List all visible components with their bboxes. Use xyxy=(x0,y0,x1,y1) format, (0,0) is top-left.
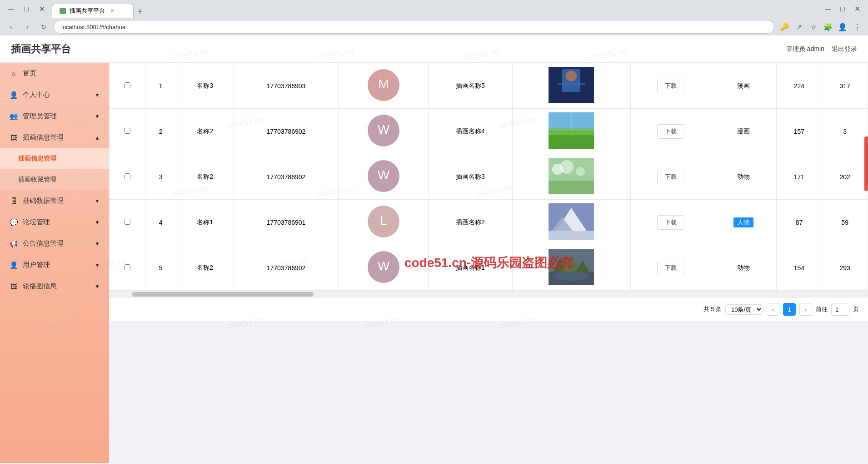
share-icon[interactable]: ↗ xyxy=(793,20,805,33)
sidebar-item-illustration-collect[interactable]: 插画收藏管理 xyxy=(0,169,109,190)
sidebar-item-home[interactable]: ⌂ 首页 xyxy=(0,63,109,84)
app-wrapper: 插画共享平台 管理员 admin 退出登录 ⌂ 首页 👤 个人中心 ▼ 👥 管理 xyxy=(0,35,868,463)
sidebar-item-illustration-info[interactable]: 插画信息管理 xyxy=(0,148,109,169)
sidebar-item-admin-mgmt[interactable]: 👥 管理员管理 ▼ xyxy=(0,106,109,127)
svg-point-18 xyxy=(576,167,585,176)
next-page-btn[interactable]: › xyxy=(799,303,812,316)
sidebar-item-notice[interactable]: 📢 公告信息管理 ▼ xyxy=(0,233,109,254)
row-3-checkbox[interactable] xyxy=(125,173,130,179)
browser-chrome: ─ □ ✕ 插画共享平台 ✕ + ─ □ ✕ xyxy=(0,0,868,18)
feedback-bar xyxy=(864,136,868,191)
row-1-download-btn[interactable]: 下载 xyxy=(657,79,684,93)
page-unit: 页 xyxy=(853,305,859,313)
row-checkbox-cell[interactable] xyxy=(110,109,145,154)
row-category: 动物 xyxy=(711,154,776,200)
row-4-download-btn[interactable]: 下载 xyxy=(657,215,684,230)
key-icon[interactable]: 🔑 xyxy=(778,20,791,33)
row-checkbox-cell[interactable] xyxy=(110,63,145,109)
tab-title: 插画共享平台 xyxy=(70,7,105,15)
row-downloads: 202 xyxy=(822,154,868,200)
row-checkbox-cell[interactable] xyxy=(110,154,145,200)
close-window-btn[interactable]: ✕ xyxy=(851,3,863,15)
bookmark-icon[interactable]: ☆ xyxy=(807,20,820,33)
sidebar-item-user[interactable]: 👤 用户管理 ▼ xyxy=(0,254,109,276)
row-favorites: 157 xyxy=(776,109,822,154)
row-checkbox-cell[interactable] xyxy=(110,200,145,245)
back-btn[interactable]: ‹ xyxy=(5,20,17,33)
row-download-cell[interactable]: 下载 xyxy=(631,245,711,291)
row-userid: 17703786902 xyxy=(234,109,338,154)
svg-rect-24 xyxy=(549,231,594,240)
row-avatar: W xyxy=(339,154,429,200)
forward-btn[interactable]: › xyxy=(21,20,34,33)
tab-close-btn[interactable]: ✕ xyxy=(109,7,116,15)
row-favorites: 154 xyxy=(776,245,822,291)
minimize-btn[interactable]: ─ xyxy=(5,3,17,15)
top-nav: 插画共享平台 管理员 admin 退出登录 xyxy=(0,35,868,63)
row-5-checkbox[interactable] xyxy=(125,264,130,270)
row-userid: 17703786902 xyxy=(234,245,338,291)
row-download-cell[interactable]: 下载 xyxy=(631,200,711,245)
forum-icon: 💬 xyxy=(9,218,18,227)
row-download-cell[interactable]: 下载 xyxy=(631,63,711,109)
new-tab-btn[interactable]: + xyxy=(134,5,146,18)
sidebar-item-basic-data[interactable]: 🗄 基础数据管理 ▼ xyxy=(0,190,109,212)
svg-point-4 xyxy=(566,71,577,81)
table-row: 5名称217703786902 W 插画名称1 下载动物154293 xyxy=(110,245,868,291)
row-avatar: M xyxy=(339,63,429,109)
sidebar-item-carousel[interactable]: 🖼 轮播图信息 ▼ xyxy=(0,276,109,297)
table-row: 4名称117703786901 L 插画名称2 下载人物8759 xyxy=(110,200,868,245)
scroll-thumb[interactable] xyxy=(132,292,314,297)
top-nav-right: 管理员 admin 退出登录 xyxy=(786,45,857,53)
extensions-icon[interactable]: 🧩 xyxy=(822,20,834,33)
page-1-btn[interactable]: 1 xyxy=(783,303,796,316)
row-downloads: 317 xyxy=(822,63,868,109)
row-downloads: 59 xyxy=(822,200,868,245)
browser-actions: 🔑 ↗ ☆ 🧩 👤 ⋮ xyxy=(778,20,863,33)
page-size-select[interactable]: 10条/页 xyxy=(725,304,763,315)
row-2-download-btn[interactable]: 下载 xyxy=(657,124,684,139)
carousel-icon: 🖼 xyxy=(9,282,18,290)
more-icon[interactable]: ⋮ xyxy=(851,20,863,33)
row-1-checkbox[interactable] xyxy=(125,82,130,88)
svg-text:L: L xyxy=(380,213,387,227)
row-checkbox-cell[interactable] xyxy=(110,245,145,291)
total-info: 共 5 条 xyxy=(703,305,722,313)
sidebar-item-personal[interactable]: 👤 个人中心 ▼ xyxy=(0,84,109,106)
row-4-checkbox[interactable] xyxy=(125,219,130,225)
admin-label: 管理员 admin xyxy=(786,45,824,53)
admin-mgmt-icon: 👥 xyxy=(9,112,18,121)
svg-text:W: W xyxy=(377,259,389,273)
maximize-btn[interactable]: □ xyxy=(20,3,33,15)
forum-arrow: ▼ xyxy=(95,219,100,226)
content-area: code51.cn code51.cn code51.cn code51.cn … xyxy=(109,63,868,463)
close-btn[interactable]: ✕ xyxy=(35,3,48,15)
prev-page-btn[interactable]: ‹ xyxy=(767,303,779,316)
row-avatar: L xyxy=(339,200,429,245)
address-input[interactable]: localhost:8081/#/chahua xyxy=(54,20,774,34)
svg-text:W: W xyxy=(377,122,389,136)
row-2-checkbox[interactable] xyxy=(125,128,130,134)
row-download-cell[interactable]: 下载 xyxy=(631,154,711,200)
minimize-window-btn[interactable]: ─ xyxy=(822,3,834,15)
sidebar-item-illustration[interactable]: 🖼 插画信息管理 ▲ xyxy=(0,127,109,148)
sidebar-item-forum[interactable]: 💬 论坛管理 ▼ xyxy=(0,212,109,233)
row-download-cell[interactable]: 下载 xyxy=(631,109,711,154)
profile-icon[interactable]: 👤 xyxy=(836,20,849,33)
scroll-bar[interactable] xyxy=(109,291,868,297)
row-5-download-btn[interactable]: 下载 xyxy=(657,261,684,275)
refresh-btn[interactable]: ↻ xyxy=(37,20,50,33)
page-jump-input[interactable] xyxy=(831,303,849,316)
row-favorites: 171 xyxy=(776,154,822,200)
row-downloads: 293 xyxy=(822,245,868,291)
sidebar-user-label: 用户管理 xyxy=(23,261,50,269)
sidebar-personal-label: 个人中心 xyxy=(23,91,50,99)
row-3-download-btn[interactable]: 下载 xyxy=(657,170,684,184)
svg-point-17 xyxy=(560,160,574,174)
table-row: 1名称317703786903 M 插画名称5 下载漫画224317 xyxy=(110,63,868,109)
browser-tab[interactable]: 插画共享平台 ✕ xyxy=(52,4,134,18)
app-title: 插画共享平台 xyxy=(11,42,71,56)
logout-btn[interactable]: 退出登录 xyxy=(832,45,857,53)
restore-window-btn[interactable]: □ xyxy=(836,3,849,15)
row-index: 2 xyxy=(145,109,176,154)
